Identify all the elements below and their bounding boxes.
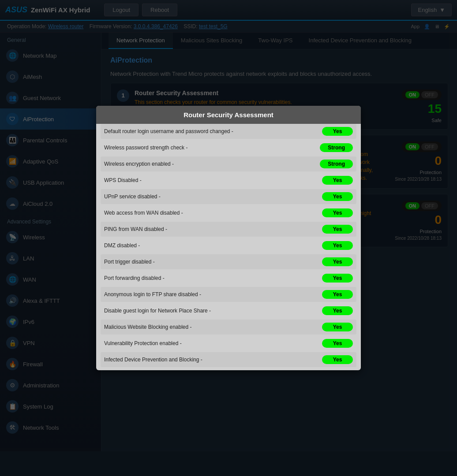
- modal-overlay: Router Security Assessment Default route…: [0, 0, 457, 476]
- assessment-label-6: PING from WAN disabled -: [104, 226, 167, 232]
- assessment-row: Port trigger disabled - Yes: [101, 254, 356, 269]
- modal-router-security: Router Security Assessment Default route…: [96, 106, 361, 370]
- assessment-badge-7: Yes: [322, 241, 353, 250]
- assessment-row: Disable guest login for Network Place Sh…: [101, 303, 356, 318]
- assessment-badge-12: Yes: [322, 323, 353, 331]
- assessment-row: WPS Disabled - Yes: [101, 173, 356, 188]
- assessment-badge-6: Yes: [322, 225, 353, 234]
- assessment-label-5: Web access from WAN disabled -: [104, 210, 183, 216]
- assessment-label-13: Vulnerability Protection enabled -: [104, 340, 182, 346]
- assessment-label-10: Anonymous login to FTP share disabled -: [104, 291, 201, 298]
- assessment-badge-4: Yes: [322, 192, 353, 201]
- assessment-label-9: Port forwarding disabled -: [104, 275, 165, 281]
- assessment-badge-1: Strong: [320, 143, 353, 152]
- assessment-row: DMZ disabled - Yes: [101, 238, 356, 253]
- assessment-row: PING from WAN disabled - Yes: [101, 222, 356, 237]
- assessment-row: Default router login username and passwo…: [101, 124, 356, 139]
- assessment-label-1: Wireless password strength check -: [104, 145, 187, 151]
- assessment-label-0: Default router login username and passwo…: [104, 128, 233, 134]
- assessment-badge-14: Yes: [322, 355, 353, 364]
- assessment-row: Wireless password strength check - Stron…: [101, 140, 356, 155]
- assessment-label-14: Infected Device Prevention and Blocking …: [104, 357, 202, 363]
- assessment-row: UPnP service disabled - Yes: [101, 189, 356, 204]
- assessment-badge-5: Yes: [322, 208, 353, 217]
- modal-body: Default router login username and passwo…: [96, 124, 361, 370]
- assessment-row: Infected Device Prevention and Blocking …: [101, 352, 356, 367]
- assessment-label-3: WPS Disabled -: [104, 177, 142, 183]
- assessment-label-8: Port trigger disabled -: [104, 259, 155, 265]
- assessment-row: Port forwarding disabled - Yes: [101, 271, 356, 286]
- assessment-label-2: Wireless encryption enabled -: [104, 161, 174, 167]
- assessment-badge-3: Yes: [322, 176, 353, 185]
- assessment-row: Wireless encryption enabled - Strong: [101, 156, 356, 171]
- assessment-row: Anonymous login to FTP share disabled - …: [101, 287, 356, 302]
- assessment-label-12: Malicious Website Blocking enabled -: [104, 324, 192, 330]
- modal-title: Router Security Assessment: [96, 106, 361, 124]
- assessment-label-4: UPnP service disabled -: [104, 193, 161, 200]
- assessment-badge-13: Yes: [322, 339, 353, 348]
- assessment-badge-11: Yes: [322, 306, 353, 315]
- assessment-label-7: DMZ disabled -: [104, 242, 140, 249]
- assessment-badge-8: Yes: [322, 257, 353, 266]
- assessment-row: Malicious Website Blocking enabled - Yes: [101, 320, 356, 335]
- assessment-badge-10: Yes: [322, 290, 353, 299]
- assessment-badge-9: Yes: [322, 274, 353, 283]
- assessment-row: Web access from WAN disabled - Yes: [101, 205, 356, 220]
- assessment-row: Vulnerability Protection enabled - Yes: [101, 336, 356, 351]
- assessment-badge-2: Strong: [320, 160, 353, 168]
- assessment-badge-0: Yes: [322, 127, 353, 136]
- assessment-label-11: Disable guest login for Network Place Sh…: [104, 308, 211, 314]
